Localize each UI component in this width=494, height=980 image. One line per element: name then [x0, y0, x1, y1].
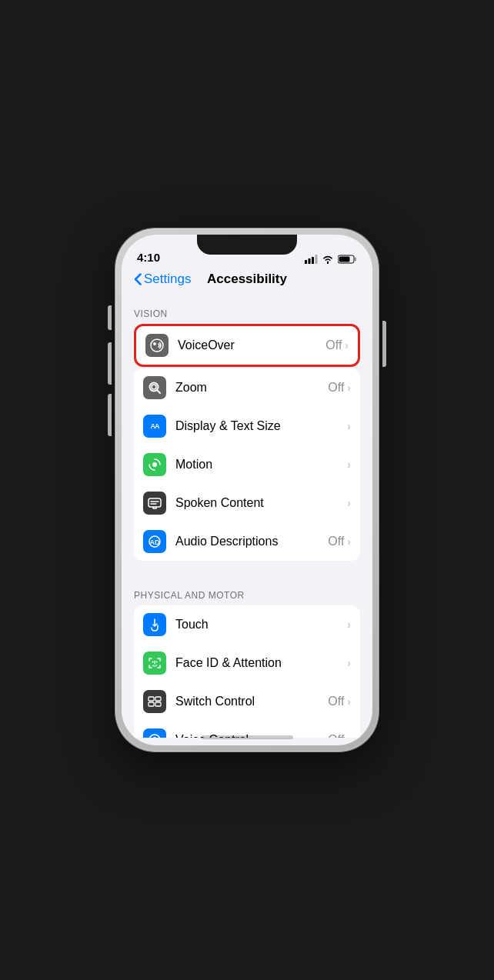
display-text-icon: AA: [143, 415, 166, 438]
setting-row-voiceover[interactable]: VoiceOver Off ›: [134, 324, 360, 367]
section-header-vision: VISION: [122, 295, 372, 324]
touch-icon: [143, 613, 166, 636]
faceid-chevron-icon: ›: [347, 657, 351, 669]
notch: [197, 235, 297, 255]
faceid-icon: [143, 652, 166, 675]
page-title: Accessibility: [207, 272, 287, 287]
zoom-label: Zoom: [175, 381, 328, 395]
audio-desc-icon: AD: [143, 530, 166, 553]
svg-point-11: [152, 385, 156, 389]
voice-control-value: Off: [328, 733, 344, 738]
svg-point-12: [152, 462, 157, 467]
audio-desc-label: Audio Descriptions: [175, 535, 328, 548]
svg-rect-13: [149, 498, 161, 507]
zoom-icon: [143, 376, 166, 399]
power-button: [382, 321, 386, 367]
spoken-content-label: Spoken Content: [175, 496, 347, 510]
audio-desc-chevron-icon: ›: [347, 535, 351, 548]
phone-screen: 4:10: [122, 235, 372, 745]
status-time: 4:10: [137, 251, 160, 264]
signal-icon: [305, 255, 318, 264]
svg-rect-23: [149, 702, 154, 706]
setting-row-touch[interactable]: Touch ›: [134, 605, 360, 644]
switch-control-label: Switch Control: [175, 695, 328, 708]
svg-rect-0: [305, 260, 307, 264]
spoken-content-chevron-icon: ›: [347, 497, 351, 509]
scroll-content[interactable]: VISION VoiceOver Off ›: [122, 295, 372, 738]
svg-rect-2: [312, 257, 314, 264]
svg-text:AD: AD: [150, 538, 160, 546]
setting-row-zoom[interactable]: Zoom Off ›: [134, 368, 360, 407]
phone-frame: 4:10: [115, 228, 379, 752]
voice-control-chevron-icon: ›: [347, 734, 351, 738]
switch-control-chevron-icon: ›: [347, 695, 351, 708]
motion-label: Motion: [175, 458, 347, 472]
svg-point-8: [153, 342, 156, 345]
battery-icon: [338, 255, 357, 264]
svg-rect-6: [339, 257, 350, 262]
svg-rect-5: [355, 258, 356, 262]
section-header-physical: PHYSICAL AND MOTOR: [122, 576, 372, 605]
wifi-icon: [322, 255, 334, 264]
display-text-chevron-icon: ›: [347, 420, 351, 432]
switch-control-icon: [143, 690, 166, 713]
spoken-content-icon: [143, 492, 166, 515]
physical-group: Touch ›: [134, 605, 360, 738]
svg-rect-26: [153, 737, 156, 738]
touch-chevron-icon: ›: [347, 618, 351, 631]
volume-up-button: [108, 342, 112, 385]
voice-control-icon: [143, 728, 166, 738]
zoom-value: Off: [328, 381, 344, 395]
display-text-label: Display & Text Size: [175, 419, 347, 433]
setting-row-motion[interactable]: Motion ›: [134, 445, 360, 484]
setting-row-audio-desc[interactable]: AD Audio Descriptions Off ›: [134, 522, 360, 561]
back-label: Settings: [144, 272, 191, 287]
setting-row-spoken[interactable]: Spoken Content ›: [134, 484, 360, 522]
back-button[interactable]: Settings: [134, 272, 191, 287]
svg-rect-1: [309, 258, 311, 264]
zoom-chevron-icon: ›: [347, 382, 351, 394]
voiceover-chevron-icon: ›: [345, 339, 349, 352]
vision-group: Zoom Off › AA Display & Text Size ›: [134, 368, 360, 561]
status-icons: [305, 255, 357, 264]
touch-label: Touch: [175, 618, 347, 632]
faceid-label: Face ID & Attention: [175, 656, 347, 670]
home-indicator: [201, 735, 293, 739]
voiceover-label: VoiceOver: [178, 338, 325, 352]
audio-desc-value: Off: [328, 535, 344, 548]
setting-row-faceid[interactable]: Face ID & Attention ›: [134, 644, 360, 682]
svg-point-19: [156, 662, 158, 663]
motion-chevron-icon: ›: [347, 458, 351, 471]
switch-control-value: Off: [328, 695, 344, 708]
svg-line-10: [158, 391, 161, 394]
setting-row-switch-control[interactable]: Switch Control Off ›: [134, 682, 360, 721]
svg-rect-22: [155, 697, 161, 701]
back-chevron-icon: [134, 273, 142, 285]
svg-rect-21: [149, 697, 154, 701]
nav-bar: Settings Accessibility: [122, 268, 372, 295]
voiceover-icon: [145, 334, 169, 357]
svg-point-18: [152, 662, 154, 663]
volume-down-button: [108, 394, 112, 436]
svg-rect-24: [155, 702, 161, 706]
motion-icon: [143, 453, 166, 476]
setting-row-display-text[interactable]: AA Display & Text Size ›: [134, 407, 360, 445]
svg-rect-3: [315, 255, 318, 264]
voiceover-value: Off: [325, 338, 342, 352]
silent-switch: [108, 305, 112, 330]
